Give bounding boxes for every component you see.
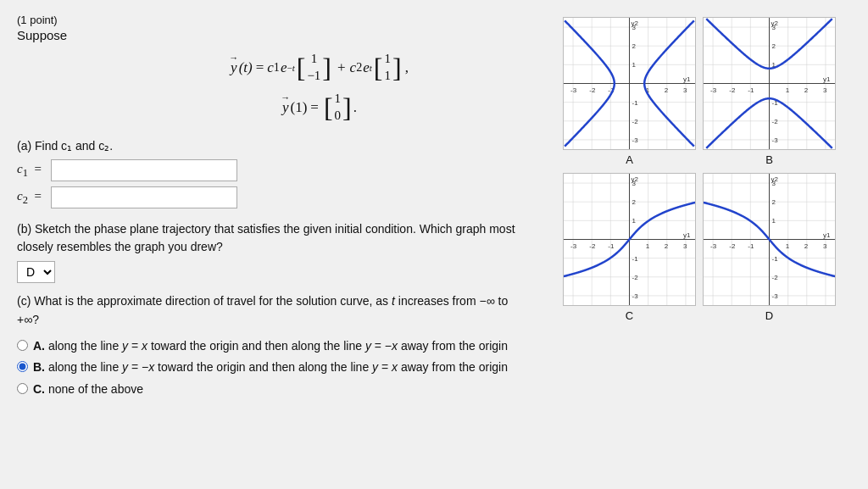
part-a-label: (a) Find c₁ and c₂. [17,139,554,153]
option-b-label: B. along the line y = −x toward the orig… [33,359,508,376]
graph-d-label: D [765,309,773,322]
option-a-label: A. along the line y = x toward the origi… [33,338,508,355]
option-a-radio[interactable] [17,340,28,351]
option-c-label: C. none of the above [33,381,143,398]
graph-c-container: C [563,173,696,322]
c2-label: c2 = [17,189,51,207]
graph-d-container: D [703,173,836,322]
graph-b-container: B [703,17,836,166]
c1-row: c1 = [17,159,554,181]
graph-select[interactable]: A B C D [17,261,55,283]
graph-d-canvas [703,173,836,306]
option-c-radio[interactable] [17,383,28,394]
graph-b-canvas [703,17,836,150]
part-c-text: (c) What is the approximate direction of… [17,292,554,330]
c1-input[interactable] [51,159,237,181]
part-b-text: (b) Sketch the phase plane trajectory th… [17,220,554,256]
c1-label: c1 = [17,162,51,180]
graph-b-label: B [765,153,773,166]
main-equation: → y (t) = c1 e −t [ 1 −1 ] + c2 [85,51,554,124]
graph-a-container: A [563,17,696,166]
top-graphs-row: A B [563,17,851,166]
bottom-graphs-row: C D [563,173,851,322]
points-label: (1 point) [17,14,554,26]
option-b-radio[interactable] [17,361,28,372]
c2-input[interactable] [51,186,237,208]
option-a-row: A. along the line y = x toward the origi… [17,338,554,355]
graph-dropdown-row: A B C D [17,261,554,283]
graphs-panel: A B C D [563,14,851,475]
graph-c-canvas [563,173,696,306]
graph-c-label: C [626,309,633,322]
suppose-label: Suppose [17,28,554,42]
c2-row: c2 = [17,186,554,208]
option-b-row: B. along the line y = −x toward the orig… [17,359,554,376]
graph-a-label: A [626,153,633,166]
graph-a-canvas [563,17,696,150]
option-c-row: C. none of the above [17,381,554,398]
